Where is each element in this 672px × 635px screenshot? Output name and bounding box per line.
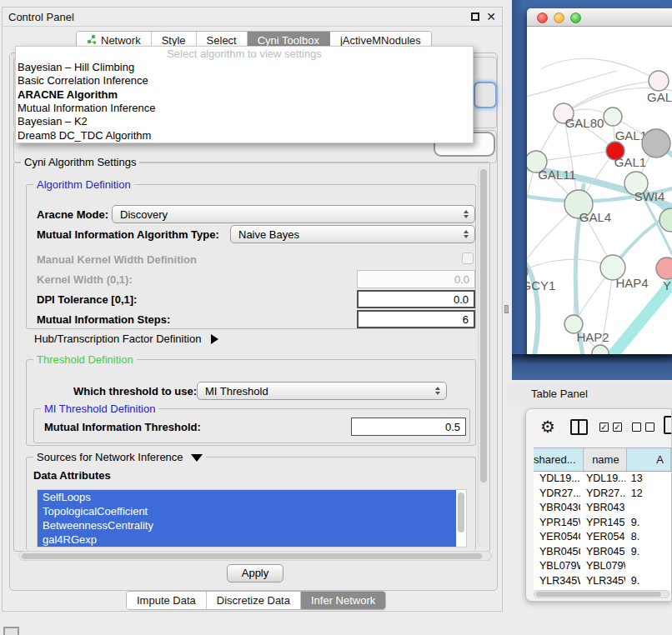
aracne-mode-combobox[interactable]: Discovery	[112, 205, 475, 223]
tab-label: Discretize Data	[217, 594, 290, 607]
hub-definition-toggle[interactable]: Hub/Transcription Factor Definition	[34, 332, 218, 345]
sources-toggle[interactable]: Sources for Network Inference	[33, 451, 206, 463]
apply-button[interactable]: Apply	[227, 564, 283, 582]
export-table-icon[interactable]	[664, 416, 672, 434]
network-view-window: GALGAL80GAL10GAL1GAL11SWI4GAL4GCY1HAP4YH…	[527, 8, 672, 354]
column-layout-icon[interactable]	[570, 419, 588, 435]
attribute-item-topologicalcoefficient[interactable]: TopologicalCoefficient	[38, 504, 456, 518]
scrollbar-thumb[interactable]	[22, 553, 482, 559]
select-all-checkbox-icon[interactable]: ✓	[613, 422, 622, 432]
settings-gear-icon[interactable]: ⚙	[540, 417, 555, 437]
splitter-handle[interactable]	[504, 305, 509, 313]
mac-minimize-icon[interactable]	[554, 12, 564, 23]
deselect-all-checkbox-icon[interactable]	[645, 422, 654, 432]
algorithm-select-combobox[interactable]	[474, 82, 497, 108]
table-row[interactable]: YLR345WYLR345W9.	[534, 574, 671, 589]
table-row[interactable]: YDL19...YDL19...13	[534, 472, 671, 487]
column-header-a[interactable]: A	[627, 448, 671, 471]
algorithm-option-aracne-algorithm[interactable]: ARACNE Algorithm	[16, 88, 473, 102]
network-view-frame-shadow	[512, 354, 672, 380]
table-cell: YER054C	[534, 530, 580, 545]
table-row[interactable]: YBR045CYBR045C9.	[534, 545, 671, 560]
settings-horizontal-scrollbar[interactable]	[18, 551, 492, 561]
mi-algorithm-type-combobox[interactable]: Naive Bayes	[230, 225, 475, 243]
group-title: Cyni Algorithm Settings	[21, 156, 139, 168]
scrollbar-thumb[interactable]	[480, 169, 487, 482]
tab-infer-network[interactable]: Infer Network	[301, 592, 385, 609]
data-attributes-list[interactable]: SelfLoopsTopologicalCoefficientBetweenne…	[37, 489, 467, 548]
algorithm-option-mutual-information-inference[interactable]: Mutual Information Inference	[16, 102, 473, 115]
settings-vertical-scrollbar[interactable]	[478, 166, 488, 548]
node-label: HAP4	[615, 276, 648, 290]
table-row[interactable]: YBL079WYBL079W	[534, 559, 671, 574]
network-node-gal10[interactable]	[604, 108, 622, 126]
network-canvas[interactable]: GALGAL80GAL10GAL1GAL11SWI4GAL4GCY1HAP4YH…	[527, 27, 672, 354]
table-row[interactable]: YDR27...YDR27...12	[534, 487, 671, 502]
network-node[interactable]	[659, 208, 672, 232]
threshold-definition-group: Threshold Definition Which threshold to …	[26, 359, 476, 446]
tab-label: Impute Data	[137, 594, 196, 607]
sources-group: Sources for Network Inference Data Attri…	[26, 457, 476, 550]
dpi-tolerance-input[interactable]	[357, 290, 475, 308]
deselect-all-checkbox-icon[interactable]	[632, 422, 641, 432]
select-all-checkbox-icon[interactable]: ✓	[599, 422, 609, 432]
list-scrollbar-thumb[interactable]	[458, 492, 464, 532]
table-horizontal-scrollbar[interactable]	[534, 590, 669, 598]
algorithm-option-dream8-dc-tdc-algorithm[interactable]: Dream8 DC_TDC Algorithm	[16, 129, 473, 142]
network-edge[interactable]	[527, 248, 538, 354]
tab-discretize-data[interactable]: Discretize Data	[207, 592, 301, 609]
table-cell: YBR043C	[580, 501, 625, 516]
close-icon[interactable]: ✕	[486, 10, 496, 23]
network-edge[interactable]	[527, 162, 536, 272]
network-graph[interactable]: GALGAL80GAL10GAL1GAL11SWI4GAL4GCY1HAP4YH…	[527, 27, 672, 354]
table-row[interactable]: YPR145WYPR145W9.	[534, 516, 671, 531]
mi-steps-input[interactable]	[357, 310, 475, 328]
algorithm-option-basic-correlation-inference[interactable]: Basic Correlation Inference	[16, 74, 473, 88]
network-node-gal[interactable]	[649, 71, 669, 91]
scrollbar-thumb[interactable]	[536, 592, 661, 597]
attribute-item-selfloops[interactable]: SelfLoops	[38, 490, 456, 504]
kernel-width-input[interactable]	[357, 270, 475, 288]
table-cell: YPR145W	[580, 516, 625, 531]
cyni-algorithm-settings-group: Cyni Algorithm Settings Algorithm Defini…	[13, 162, 490, 552]
mac-zoom-icon[interactable]	[570, 12, 581, 23]
combobox-value: Discovery	[120, 208, 168, 221]
network-node-y[interactable]	[656, 258, 672, 279]
attribute-item-betweennesscentrality[interactable]: BetweennessCentrality	[38, 518, 456, 532]
section-title: Algorithm Definition	[33, 178, 134, 191]
node-label: HAP2	[576, 330, 609, 344]
which-threshold-combobox[interactable]: MI Threshold	[197, 382, 447, 400]
panel-title: Control Panel	[8, 11, 74, 23]
collapsed-arrow-icon	[211, 334, 218, 344]
mi-threshold-input[interactable]	[351, 418, 466, 436]
network-edge[interactable]	[542, 58, 659, 81]
table-cell: YDL19...	[580, 472, 625, 487]
table-panel-window: ⚙ ✓ ✓ shared...nameA YDL19...YDL19...13Y…	[525, 408, 672, 602]
mac-close-icon[interactable]	[537, 12, 548, 23]
table-row[interactable]: YER054CYER054C8.	[534, 530, 671, 545]
table-cell: 9.	[625, 545, 671, 560]
mi-steps-label: Mutual Information Steps:	[37, 313, 170, 326]
tab-label: Infer Network	[311, 594, 375, 607]
tab-impute-data[interactable]: Impute Data	[127, 592, 207, 609]
table-toolbar: ⚙ ✓ ✓	[526, 409, 671, 448]
attribute-item-gal4rgexp[interactable]: gal4RGexp	[38, 532, 456, 547]
float-window-icon[interactable]	[471, 12, 479, 21]
minimized-panel-icon[interactable]	[3, 627, 19, 635]
network-edge[interactable]	[527, 71, 617, 100]
table-row[interactable]: YBR043CYBR043C	[534, 501, 671, 516]
table-cell: YBR045C	[534, 545, 580, 560]
hub-definition-label: Hub/Transcription Factor Definition	[34, 332, 201, 345]
algorithm-option-bayesian-hill-climbing[interactable]: Bayesian – Hill Climbing	[16, 61, 473, 74]
algorithm-option-bayesian-k2[interactable]: Bayesian – K2	[16, 115, 473, 128]
column-header-shared[interactable]: shared...	[534, 448, 584, 471]
manual-kernel-width-checkbox[interactable]	[462, 252, 474, 264]
network-edge[interactable]	[536, 151, 615, 162]
table-cell: 9.	[625, 574, 671, 589]
network-node[interactable]	[642, 129, 670, 158]
combobox-value: Naive Bayes	[238, 228, 299, 241]
mi-threshold-definition-group: MI Threshold Definition Mutual Informati…	[33, 408, 470, 443]
spinner-arrows-icon	[435, 387, 440, 395]
column-header-name[interactable]: name	[584, 448, 627, 471]
node-label: GAL11	[538, 168, 576, 182]
